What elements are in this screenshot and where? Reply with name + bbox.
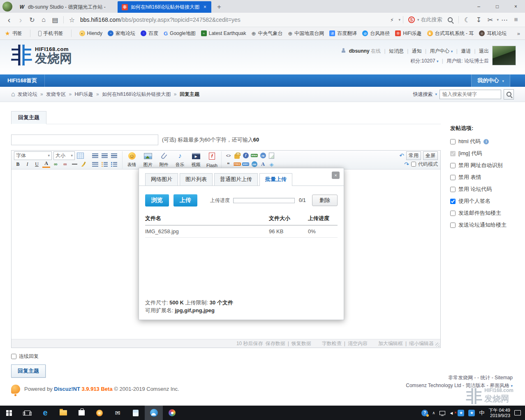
clear-format-button[interactable] [80,160,88,168]
user-avatar[interactable] [492,46,516,65]
bookmark-typhoon[interactable]: @台风路径 [362,30,390,37]
address-bar[interactable]: bbs.hifi168.com/bbs/postreply.aspx?topic… [78,16,386,23]
back-icon[interactable]: ‹ [3,14,15,26]
option-forum-notify[interactable]: 发送论坛通知给楼主 [450,221,520,229]
edge-taskbar-button[interactable]: e [36,406,54,420]
option-img-code[interactable]: [img] 代码 [450,150,520,157]
search-engine-button[interactable]: S ▾ 在此搜索 [406,16,445,23]
html-code-checkbox[interactable] [450,139,456,144]
bookmark-star-icon[interactable]: ☆ [66,14,78,26]
action-center-icon[interactable] [514,410,521,415]
app-tray-icon-1[interactable]: ★ [458,410,464,416]
hide-content-button[interactable] [234,152,241,159]
img-code-checkbox[interactable] [450,151,456,156]
disable-url-checkbox[interactable] [450,163,456,168]
download-icon[interactable]: ↧ [473,14,484,26]
option-disable-bbcode[interactable]: 禁用 论坛代码 [450,186,520,193]
taskbar-clock[interactable]: 下午 04:49 2019/9/23 [488,408,510,418]
help-tray-icon[interactable]: ? [421,410,428,416]
use-signature-checkbox[interactable] [450,199,456,204]
bookmark-fanyi[interactable]: 译百度翻译 [329,30,357,37]
browse-button[interactable]: 浏览 [145,194,169,207]
option-disable-url-parse[interactable]: 禁用 网址自动识别 [450,162,520,169]
font-style-button[interactable]: A [259,161,266,167]
bookmarks-overflow-icon[interactable]: » [517,30,520,37]
chevron-down-icon[interactable]: ▾ [451,49,453,53]
insert-video-button[interactable]: ▶视频 [188,151,204,169]
bolt-dropdown-icon[interactable]: ▾ [398,18,400,22]
new-tab-button[interactable]: + [211,3,227,13]
bookmark-google-maps[interactable]: GGoogle地图 [164,30,196,37]
site-logo[interactable]: 非 HIFI168.com 发烧网 [11,44,72,67]
word-count-link[interactable]: 字数检查 [322,340,342,347]
mail-taskbar-button[interactable]: ✉ [109,406,127,420]
enlarge-editor-link[interactable]: 加大编辑框 [378,340,403,347]
user-center-link[interactable]: 用户中心 [430,48,450,54]
more-menu-icon[interactable]: ⋯ [499,14,510,26]
justify-button[interactable] [91,160,99,168]
nav-home-link[interactable]: HIFI168首页 [0,74,45,87]
bookmark-jdbbs[interactable]: ◔家电论坛 [108,30,135,37]
chevron-down-icon[interactable]: ▾ [437,59,439,63]
bookmark-erji[interactable]: ☺耳机论坛 [479,30,506,37]
browser-tab-1[interactable]: W db-sunny Studio - 德寶陽光工作站 - [15,1,118,13]
store-taskbar-button[interactable] [72,406,90,420]
title-input[interactable] [11,135,158,145]
username[interactable]: dbsunny [349,48,370,54]
app-tray-icon-2[interactable]: ★ [468,410,475,416]
tab-batch-upload[interactable]: 批量上传 [259,173,292,186]
paint-taskbar-button[interactable] [163,406,181,420]
option-disable-smilies[interactable]: 禁用 表情 [450,174,520,181]
free-content-button[interactable]: FREE [234,161,241,167]
resize-grip[interactable] [435,343,439,347]
disable-bbcode-checkbox[interactable] [450,187,456,192]
window-minimize-button[interactable]: – [469,0,488,13]
bookmark-cma[interactable]: ⊕中央气象台 [251,30,282,37]
delete-button[interactable]: 删除 [312,195,338,206]
code-mode-checkbox[interactable] [411,162,416,167]
option-html-code[interactable]: html 代码 i [450,138,520,145]
insert-music-button[interactable]: ♪音乐 [172,151,187,169]
search-icon[interactable] [444,14,456,26]
shrink-editor-link[interactable]: 缩小编辑器 [409,340,434,347]
tab-normal-upload[interactable]: 普通图片上传 [214,173,258,186]
home-icon[interactable]: ⌂ [38,14,49,26]
reload-icon[interactable]: ↻ [26,14,38,26]
home-icon[interactable]: ⌂ [11,90,15,98]
discuz-link[interactable]: Discuz!NT [54,386,80,392]
clear-content-link[interactable]: 清空内容 [348,340,368,347]
bookmark-hiendy[interactable]: ◐Hiendy [79,30,102,36]
bookmark-baidu[interactable]: ⁖百度 [141,30,158,37]
crumb-zone[interactable]: 发烧专区 [46,91,66,97]
insert-link-button[interactable]: ∞ [52,160,60,168]
email-notify-checkbox[interactable] [450,211,456,216]
upload-button[interactable]: 上传 [173,194,197,207]
align-right-button[interactable] [110,152,118,159]
insert-image-button[interactable]: 图片 [140,151,155,169]
common-button[interactable]: 常用 [406,151,421,160]
window-close-button[interactable]: × [506,0,525,13]
font-color-button[interactable]: A [42,160,50,168]
network-icon[interactable] [439,411,445,415]
info-icon[interactable]: i [483,139,489,144]
window-maximize-button[interactable]: □ [488,0,506,13]
explorer-taskbar-button[interactable] [54,406,72,420]
disable-smilies-checkbox[interactable] [450,175,456,180]
font-family-select[interactable]: 字体▾ [14,151,52,160]
search-input[interactable] [439,90,501,99]
wma-button[interactable]: WMA [251,152,258,159]
user-score[interactable]: 积分:10207 [410,58,435,64]
screenshot-scissors-icon[interactable]: ✂ [484,14,496,26]
option-email-notify[interactable]: 发送邮件告知楼主 [450,209,520,217]
wmv-button[interactable]: WMV [242,161,249,167]
qqbrowser-taskbar-button-active[interactable] [145,406,163,420]
notepad-taskbar-button[interactable] [127,406,145,420]
quote-button[interactable]: “ [225,161,232,167]
redo-icon[interactable]: ↷ [404,161,409,167]
task-view-button[interactable] [18,406,36,420]
start-button[interactable] [0,406,18,420]
dialog-close-icon[interactable]: × [332,172,340,179]
bookmark-earthquake[interactable]: ≈Latest Earthquak [201,30,246,36]
sitemap-link[interactable]: Sitemap [495,375,513,381]
main-menu-icon[interactable]: ≡ [510,14,522,26]
